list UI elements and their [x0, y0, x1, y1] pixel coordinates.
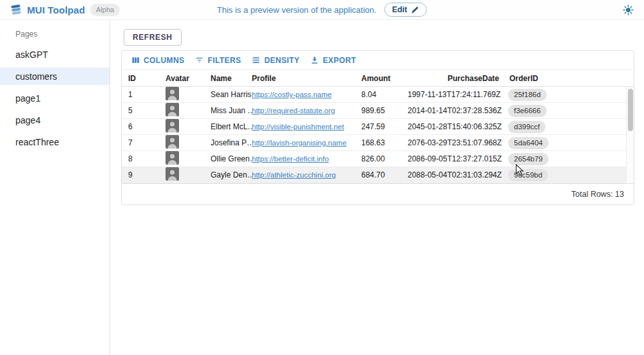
cell-purchase-date: 2088-05-04T02:31:03.294Z	[408, 170, 503, 179]
table-row[interactable]: 8Ollie Green…https://better-deficit.info…	[122, 151, 634, 167]
table-row[interactable]: 7Josefina P…http://lavish-organising.nam…	[122, 135, 634, 151]
cell-name: Ollie Green…	[211, 154, 252, 163]
column-header-profile[interactable]: Profile	[252, 74, 361, 83]
order-id-chip: 25f186d	[508, 89, 547, 101]
export-button-label: EXPORT	[323, 56, 356, 65]
cell-order-id: 25f186d	[503, 89, 634, 101]
cell-name: Elbert McL…	[211, 122, 252, 131]
density-lines-icon	[251, 55, 261, 65]
preview-banner: This is a preview version of the applica…	[217, 3, 427, 17]
cell-avatar	[166, 119, 211, 134]
cell-profile: http://lavish-organising.name	[252, 138, 361, 147]
avatar	[166, 167, 179, 181]
column-header-name[interactable]: Name	[211, 74, 252, 83]
profile-link[interactable]: https://better-deficit.info	[252, 155, 329, 163]
profile-link[interactable]: http://athletic-zucchini.org	[252, 171, 336, 179]
sun-icon	[623, 5, 634, 15]
sidebar-item-askGPT[interactable]: askGPT	[0, 46, 109, 63]
cell-purchase-date: 2014-01-14T02:37:28.536Z	[408, 106, 503, 115]
grid-rows: 1Sean Harrishttps://costly-pass.name8.04…	[122, 87, 634, 183]
export-button[interactable]: EXPORT	[305, 53, 361, 68]
order-id-chip: 5da6404	[508, 137, 549, 149]
scrollbar-thumb[interactable]	[628, 89, 633, 131]
table-row[interactable]: 1Sean Harrishttps://costly-pass.name8.04…	[122, 87, 634, 103]
preview-text: This is a preview version of the applica…	[217, 5, 377, 15]
cell-amount: 989.65	[361, 106, 408, 115]
app-title: MUI Toolpad	[27, 5, 85, 15]
cell-amount: 826.00	[361, 154, 408, 163]
cell-order-id: d399ccf	[503, 121, 634, 133]
edit-button[interactable]: Edit	[384, 3, 428, 17]
avatar	[166, 119, 179, 132]
columns-button[interactable]: COLUMNS	[126, 53, 189, 68]
cell-profile: https://costly-pass.name	[252, 90, 361, 99]
cell-purchase-date: 2076-03-29T23:51:07.968Z	[408, 138, 503, 147]
layers-icon	[10, 4, 22, 15]
grid-toolbar: COLUMNS FILTERS DE	[122, 51, 634, 70]
sidebar-list: askGPTcustomerspage1page4reactThree	[0, 46, 109, 150]
cell-id: 7	[128, 138, 166, 147]
table-row[interactable]: 6Elbert McL…http://visible-punishment.ne…	[122, 119, 634, 135]
filter-icon	[194, 55, 204, 65]
main-content: REFRESH COLUMNS	[110, 20, 644, 355]
alpha-badge: Alpha	[90, 4, 120, 16]
density-button[interactable]: DENSITY	[246, 53, 305, 68]
table-row[interactable]: 9Gayle Den…http://athletic-zucchini.org6…	[122, 167, 634, 183]
profile-link[interactable]: https://costly-pass.name	[252, 91, 332, 98]
column-header-id[interactable]: ID	[128, 74, 166, 83]
cell-purchase-date: 2086-09-05T12:37:27.015Z	[408, 154, 503, 163]
theme-toggle-button[interactable]	[623, 5, 634, 15]
column-header-orderid[interactable]: OrderID	[503, 74, 634, 83]
column-header-avatar[interactable]: Avatar	[166, 74, 211, 83]
brand: MUI Toolpad Alpha	[10, 4, 120, 16]
order-id-chip: d399ccf	[508, 121, 545, 133]
data-grid: COLUMNS FILTERS DE	[121, 50, 634, 205]
cell-amount: 168.63	[361, 138, 408, 147]
profile-link[interactable]: http://lavish-organising.name	[252, 139, 346, 147]
filters-button-label: FILTERS	[207, 56, 241, 65]
cell-profile: https://better-deficit.info	[252, 154, 361, 163]
grid-header-row: ID Avatar Name Profile Amount PurchaseDa…	[122, 70, 634, 87]
sidebar-item-page4[interactable]: page4	[0, 111, 109, 129]
sidebar-item-customers[interactable]: customers	[0, 68, 109, 85]
filters-button[interactable]: FILTERS	[189, 53, 246, 68]
avatar	[166, 87, 179, 100]
sidebar-item-page1[interactable]: page1	[0, 89, 109, 107]
cell-name: Sean Harris	[211, 90, 252, 99]
cell-avatar	[166, 87, 211, 102]
order-id-chip: 2654b79	[508, 153, 549, 165]
download-icon	[310, 55, 319, 65]
sidebar-section-label: Pages	[0, 20, 109, 41]
order-id-chip: f3e6666	[508, 105, 547, 117]
cell-order-id: 2654b79	[503, 153, 634, 165]
cell-id: 1	[128, 90, 166, 99]
cell-id: 5	[128, 106, 166, 115]
density-button-label: DENSITY	[264, 56, 299, 65]
vertical-scrollbar[interactable]	[626, 87, 634, 183]
column-header-purchasedate[interactable]: PurchaseDate	[408, 74, 503, 83]
cell-order-id: 5da6404	[503, 137, 634, 149]
cell-name: Miss Juan …	[211, 106, 252, 115]
cell-order-id: 9dc59bd	[503, 169, 634, 181]
cell-id: 6	[128, 122, 166, 131]
cell-purchase-date: 1997-11-13T17:24:11.769Z	[408, 90, 503, 99]
avatar	[166, 135, 179, 149]
cell-amount: 247.59	[361, 122, 408, 131]
sidebar-item-reactThree[interactable]: reactThree	[0, 133, 109, 150]
cell-order-id: f3e6666	[503, 105, 634, 117]
order-id-chip: 9dc59bd	[508, 169, 548, 181]
cell-avatar	[166, 167, 211, 183]
column-header-amount[interactable]: Amount	[361, 74, 408, 83]
cell-avatar	[166, 135, 211, 150]
sidebar: Pages askGPTcustomerspage1page4reactThre…	[0, 20, 110, 355]
cell-id: 9	[128, 170, 166, 179]
profile-link[interactable]: http://required-statute.org	[252, 107, 335, 114]
cell-profile: http://required-statute.org	[252, 106, 361, 115]
cell-amount: 684.70	[361, 170, 408, 179]
cell-avatar	[166, 103, 211, 118]
cell-name: Gayle Den…	[211, 170, 252, 179]
columns-button-label: COLUMNS	[144, 56, 184, 65]
refresh-button[interactable]: REFRESH	[124, 29, 182, 46]
table-row[interactable]: 5Miss Juan …http://required-statute.org9…	[122, 103, 634, 119]
profile-link[interactable]: http://visible-punishment.net	[252, 123, 344, 131]
